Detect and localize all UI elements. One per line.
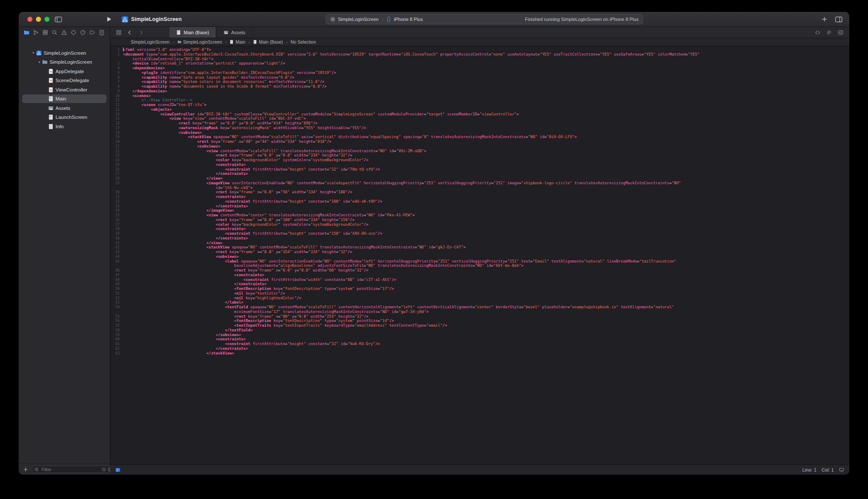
line-number[interactable]: 63 [110,351,123,356]
sidebar-item-info[interactable]: Info [19,122,110,131]
line-number[interactable]: 62 [110,346,123,351]
report-navigator-button[interactable] [99,30,105,35]
line-number[interactable]: 28 [110,176,123,181]
line-number[interactable]: 21 [110,144,123,149]
line-number[interactable]: 9 [110,89,123,94]
line-number[interactable]: 18 [110,130,123,135]
code-line[interactable]: 9 </dependencies> [110,89,849,94]
code-line[interactable]: 47 <constraints> [110,273,849,278]
code-line[interactable]: 49 </constraints> [110,282,849,286]
filter-input[interactable] [41,467,100,472]
line-number[interactable]: 47 [110,273,123,278]
code-line[interactable]: 39 <constraint firstAttribute="height" c… [110,231,849,236]
line-number[interactable]: 23 [110,153,123,158]
code-line[interactable]: 13 <objects> [110,107,849,112]
code-line[interactable]: 52 <nil key="highlightedColor"/> [110,296,849,301]
code-line[interactable]: 40 </constraints> [110,236,849,241]
code-line[interactable]: 33 </constraints> [110,204,849,209]
sidebar-item-assets[interactable]: Assets [19,103,110,113]
breadcrumb-item-main[interactable]: Main [229,39,245,44]
code-line[interactable]: 2<document type="com.apple.InterfaceBuil… [110,52,849,57]
scheme-name[interactable]: SimpleLoginScreen [338,17,378,22]
line-number[interactable]: 49 [110,282,123,286]
close-window-button[interactable] [27,17,32,22]
code-line[interactable]: 54 <textField opaque="NO" contentMode="s… [110,305,849,310]
code-line[interactable]: 10 <scenes> [110,94,849,98]
code-line[interactable]: 25 <constraints> [110,162,849,167]
breadcrumb-item-simpleloginscreen[interactable]: SimpleLoginScreen [177,39,222,44]
sidebar-item-simpleloginscreen[interactable]: ▾SimpleLoginScreen [19,48,110,58]
code-line[interactable]: 21 <subviews> [110,144,849,149]
sidebar-item-viewcontroller[interactable]: ViewController [19,85,110,94]
line-number[interactable]: 24 [110,158,123,162]
code-line[interactable]: id="lhS-Nv-cbQ"> [110,186,849,190]
disclosure-chevron-icon[interactable]: ▾ [31,51,36,55]
forward-chevron-icon[interactable] [138,30,144,35]
line-number[interactable]: 48 [110,278,123,282]
code-line[interactable]: 24 <color key="backgroundColor" systemCo… [110,158,849,162]
sidebar-item-launchscreen[interactable]: LaunchScreen [19,113,110,122]
line-number[interactable]: 54 [110,305,123,310]
line-number[interactable]: 37 [110,222,123,227]
line-number[interactable]: 33 [110,204,123,209]
line-number[interactable]: 29 [110,181,123,186]
code-line[interactable]: 63 </stackView> [110,351,849,356]
issue-navigator-button[interactable] [61,30,67,35]
zoom-window-button[interactable] [44,17,50,22]
line-number[interactable]: 25 [110,162,123,167]
line-number[interactable]: 39 [110,231,123,236]
line-number[interactable]: 8 [110,84,123,89]
line-number[interactable]: 61 [110,342,123,346]
source-control-navigator-button[interactable] [33,30,39,35]
line-number[interactable]: 35 [110,213,123,218]
code-line[interactable]: 18 <subviews> [110,130,849,135]
line-number[interactable]: 31 [110,195,123,199]
add-editor-icon[interactable] [838,30,843,35]
test-navigator-button[interactable] [70,30,76,35]
code-line[interactable]: 41 </view> [110,241,849,245]
line-number[interactable]: 32 [110,199,123,204]
code-line[interactable]: 28 </view> [110,176,849,181]
minimize-window-button[interactable] [36,17,41,22]
line-number[interactable] [110,310,123,314]
code-line[interactable]: 12 <scene sceneID="tne-QT-ifu"> [110,103,849,107]
project-navigator-button[interactable] [23,30,29,35]
line-number[interactable]: 56 [110,319,123,323]
back-chevron-icon[interactable] [127,30,132,35]
run-destination[interactable]: iPhone 8 Plus [394,17,423,22]
editor-mode-icon[interactable] [115,467,120,472]
code-line[interactable]: initialViewController="BYZ-38-t0r"> [110,57,849,62]
code-line[interactable]: 34 </imageView> [110,208,849,213]
code-line[interactable]: 22 <view contentMode="scaleToFill" trans… [110,149,849,154]
code-line[interactable]: 53 </label> [110,300,849,305]
line-number[interactable]: 45 [110,259,123,264]
editor-options-icon[interactable] [827,30,832,35]
line-number[interactable]: 26 [110,167,123,172]
code-line[interactable]: 6 <capability name="Safe area layout gui… [110,75,849,80]
filter-field[interactable] [32,466,115,473]
tab-assets[interactable]: Assets [216,27,252,38]
breakpoint-navigator-button[interactable] [89,30,95,35]
code-line[interactable]: 37 <color key="backgroundColor" systemCo… [110,222,849,227]
code-line[interactable]: 57 <textInputTraits key="textInputTraits… [110,323,849,328]
code-line[interactable]: 44 <subviews> [110,254,849,259]
line-number[interactable]: 5 [110,71,123,75]
line-number[interactable]: 10 [110,94,123,98]
line-number[interactable]: 27 [110,171,123,176]
sidebar-item-appdelegate[interactable]: AppDelegate [19,67,110,76]
line-number[interactable]: 4 [110,66,123,71]
code-review-icon[interactable] [815,30,820,35]
code-line[interactable]: 30 <rect key="frame" x="0.0" y="56" widt… [110,190,849,195]
activity-viewer[interactable]: SimpleLoginScreen › iPhone 8 Plus Finish… [326,14,643,24]
line-number[interactable]: 15 [110,116,123,121]
code-line[interactable]: 35 <view contentMode="center" translates… [110,213,849,218]
recents-clock-icon[interactable] [102,467,106,472]
code-line[interactable]: 32 <constraint firstAttribute="height" c… [110,199,849,204]
code-line[interactable]: 20 <rect key="frame" x="40" y="44" width… [110,139,849,144]
code-line[interactable]: 8 <capability name="documents saved in t… [110,84,849,89]
line-number[interactable]: 14 [110,112,123,117]
breadcrumb-item-no-selection[interactable]: No Selection [290,39,316,44]
code-line[interactable]: 16 <rect key="frame" x="0.0" y="0.0" wid… [110,121,849,126]
code-line[interactable]: 14 <viewController id="BYZ-38-t0r" custo… [110,112,849,117]
code-line[interactable]: 36 <rect key="frame" x="0.0" y="180" wid… [110,218,849,222]
